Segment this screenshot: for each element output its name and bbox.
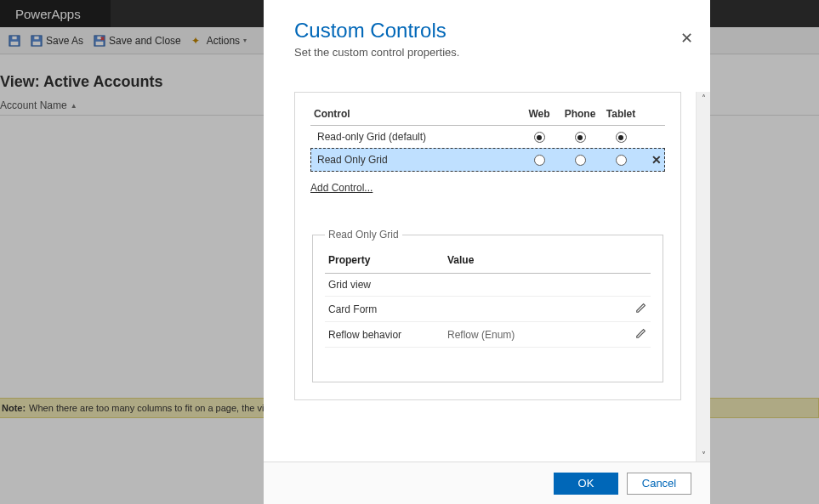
property-row-reflow: Reflow behavior Reflow (Enum) (325, 322, 651, 348)
close-icon: ✕ (680, 30, 693, 47)
col-phone: Phone (560, 105, 600, 126)
col-property: Property (325, 249, 444, 274)
property-row-cardform: Card Form (325, 297, 651, 322)
controls-table: Control Web Phone Tablet Read-only Grid … (310, 105, 665, 172)
radio-phone-readonlygrid[interactable] (575, 155, 586, 166)
cancel-button[interactable]: Cancel (627, 473, 691, 495)
dialog-title: Custom Controls (294, 19, 680, 42)
edit-cardform-button[interactable] (635, 302, 647, 314)
control-row-default[interactable]: Read-only Grid (default) (310, 126, 665, 149)
control-name: Read Only Grid (310, 148, 519, 172)
add-control-link[interactable]: Add Control... (310, 182, 373, 194)
remove-icon: ✕ (651, 153, 662, 167)
col-web: Web (519, 105, 560, 126)
col-tablet: Tablet (600, 105, 641, 126)
control-name: Read-only Grid (default) (310, 126, 519, 149)
edit-reflow-button[interactable] (635, 327, 647, 339)
controls-panel: Control Web Phone Tablet Read-only Grid … (294, 92, 681, 400)
dialog-footer: OK Cancel (264, 462, 710, 504)
properties-legend: Read Only Grid (325, 229, 402, 241)
control-row-readonlygrid[interactable]: Read Only Grid ✕ (310, 148, 665, 172)
property-name: Grid view (325, 274, 444, 297)
dialog-close-button[interactable]: ✕ (680, 29, 693, 48)
property-value (444, 274, 625, 297)
property-name: Card Form (325, 297, 444, 322)
dialog-subtitle: Set the custom control properties. (294, 46, 680, 59)
radio-web-default[interactable] (534, 132, 545, 143)
ok-button[interactable]: OK (554, 473, 618, 495)
properties-panel: Read Only Grid Property Value Grid view (312, 229, 663, 382)
pencil-icon (635, 327, 647, 339)
col-control: Control (310, 105, 519, 126)
radio-tablet-readonlygrid[interactable] (616, 155, 627, 166)
property-value (444, 297, 625, 322)
property-name: Reflow behavior (325, 322, 444, 348)
remove-control-button[interactable]: ✕ (641, 148, 665, 172)
radio-tablet-default[interactable] (616, 132, 627, 143)
properties-table: Property Value Grid view (325, 249, 651, 348)
col-value: Value (444, 249, 625, 274)
scroll-down-icon[interactable]: ˅ (702, 449, 706, 462)
radio-phone-default[interactable] (575, 132, 586, 143)
property-row-gridview: Grid view (325, 274, 651, 297)
property-value: Reflow (Enum) (444, 322, 625, 348)
pencil-icon (635, 302, 647, 314)
scroll-up-icon[interactable]: ˄ (702, 92, 706, 105)
custom-controls-dialog: Custom Controls Set the custom control p… (264, 0, 710, 504)
radio-web-readonlygrid[interactable] (534, 155, 545, 166)
dialog-scrollbar[interactable]: ˄ ˅ (696, 92, 710, 462)
